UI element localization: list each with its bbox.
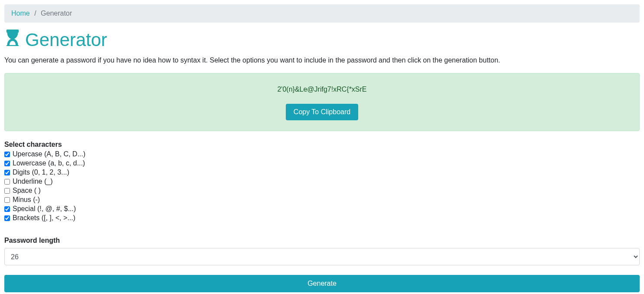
checkbox-row-minus: Minus (-) — [4, 196, 640, 204]
checkbox-space[interactable] — [4, 188, 10, 194]
checkbox-row-underline: Underline (_) — [4, 178, 640, 185]
intro-text: You can generate a password if you have … — [4, 56, 640, 64]
checkbox-underline[interactable] — [4, 179, 10, 185]
breadcrumb: Home / Generator — [4, 4, 640, 23]
checkbox-label-special: Special (!, @, #, $...) — [13, 205, 76, 213]
checkbox-uppercase[interactable] — [4, 152, 10, 157]
checkbox-label-lowercase: Lowercase (a, b, c, d...) — [13, 159, 85, 167]
checkbox-special[interactable] — [4, 206, 10, 212]
checkbox-row-special: Special (!, @, #, $...) — [4, 205, 640, 213]
checkbox-row-lowercase: Lowercase (a, b, c, d...) — [4, 159, 640, 167]
page-title-text: Generator — [25, 30, 107, 50]
generated-password: 2'0(n}&Le@Jrifg7!xRC{*xSrE — [12, 86, 632, 93]
hourglass-icon — [4, 30, 25, 50]
checkbox-label-underline: Underline (_) — [13, 178, 52, 185]
checkbox-brackets[interactable] — [4, 215, 10, 221]
generate-button[interactable]: Generate — [4, 275, 640, 292]
checkbox-minus[interactable] — [4, 197, 10, 203]
checkbox-label-brackets: Brackets ([, ], <, >...) — [13, 214, 75, 222]
page-title: Generator — [4, 30, 640, 50]
checkbox-label-digits: Digits (0, 1, 2, 3...) — [13, 168, 69, 176]
result-panel: 2'0(n}&Le@Jrifg7!xRC{*xSrE Copy To Clipb… — [4, 73, 640, 131]
checkbox-digits[interactable] — [4, 170, 10, 175]
checkbox-label-minus: Minus (-) — [13, 196, 40, 204]
checkbox-row-brackets: Brackets ([, ], <, >...) — [4, 214, 640, 222]
breadcrumb-separator: / — [32, 10, 39, 17]
checkbox-row-space: Space ( ) — [4, 187, 640, 195]
password-length-label: Password length — [4, 237, 640, 244]
copy-to-clipboard-button[interactable]: Copy To Clipboard — [286, 104, 358, 120]
breadcrumb-current: Generator — [41, 10, 72, 17]
checkbox-row-digits: Digits (0, 1, 2, 3...) — [4, 168, 640, 176]
password-length-select[interactable]: 26 — [4, 248, 640, 265]
checkbox-label-uppercase: Upercase (A, B, C, D...) — [13, 150, 85, 158]
breadcrumb-home-link[interactable]: Home — [11, 10, 30, 17]
checkbox-row-uppercase: Upercase (A, B, C, D...) — [4, 150, 640, 158]
checkbox-label-space: Space ( ) — [13, 187, 41, 195]
select-characters-label: Select characters — [4, 141, 640, 149]
checkbox-lowercase[interactable] — [4, 161, 10, 166]
